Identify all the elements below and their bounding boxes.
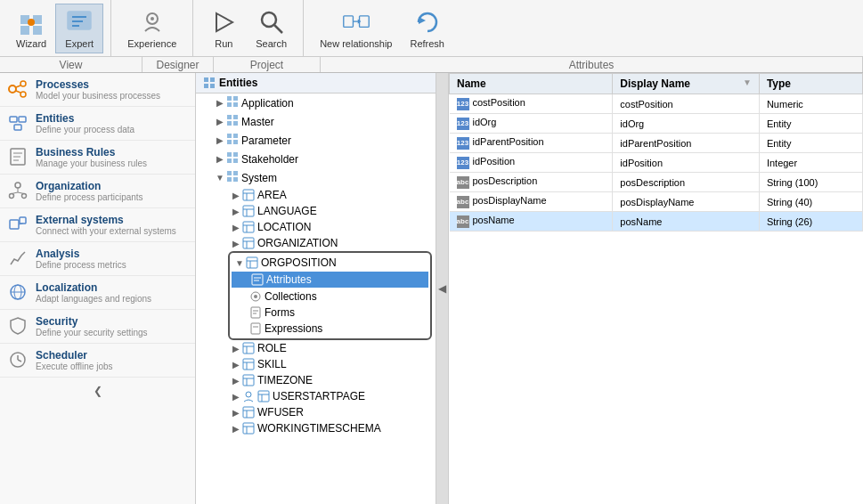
sidebar-item-external-systems[interactable]: External systems Connect with your exter…: [0, 208, 195, 242]
expand-area[interactable]: ▶: [230, 189, 242, 201]
table-row[interactable]: 123idOrg idOrg Entity: [450, 114, 863, 134]
tree-item-forms[interactable]: Forms: [230, 305, 430, 321]
role-table-icon: [242, 342, 255, 354]
workingtimeschema-table-icon: [242, 422, 255, 435]
collapse-panel-button[interactable]: ◀: [436, 73, 449, 504]
table-body: 123costPosition costPosition Numeric 123…: [450, 94, 863, 232]
sidebar-item-localization[interactable]: Localization Adapt languages and regions: [0, 276, 195, 310]
area-label: AREA: [257, 189, 287, 201]
expand-organization[interactable]: ▶: [230, 237, 242, 249]
tree-item-orgposition[interactable]: ▼ ORGPOSITION: [230, 255, 430, 271]
svg-rect-53: [233, 102, 238, 107]
expert-button[interactable]: Expert: [55, 4, 103, 53]
svg-rect-82: [247, 257, 257, 268]
table-row[interactable]: 123idPosition idPosition Integer: [450, 153, 863, 173]
sidebar-item-entities[interactable]: Entities Define your process data: [0, 107, 195, 141]
tree-item-timezone[interactable]: ▶ TIMEZONE: [196, 372, 436, 388]
wizard-button[interactable]: Wizard: [7, 4, 55, 53]
table-row[interactable]: 123costPosition costPosition Numeric: [450, 94, 863, 114]
expand-userstartpage[interactable]: ▶: [230, 390, 242, 402]
cell-name: abcposDescription: [450, 173, 613, 192]
svg-rect-58: [227, 134, 232, 138]
userstartpage-table-icon: [257, 390, 270, 402]
expand-system[interactable]: ▼: [214, 172, 226, 184]
cell-display-name: posName: [613, 212, 760, 232]
expand-stakeholder[interactable]: ▶: [214, 153, 226, 166]
expand-orgposition[interactable]: ▼: [233, 256, 246, 269]
col-header-type[interactable]: Type: [759, 74, 862, 94]
tree-item-expressions[interactable]: Expressions: [230, 321, 430, 337]
sidebar-item-analysis[interactable]: Analysis Define process metrics: [0, 242, 195, 276]
expand-wfuser[interactable]: ▶: [230, 406, 242, 419]
organization-title: Organization: [36, 180, 143, 192]
svg-rect-52: [227, 102, 232, 107]
tree-item-application[interactable]: ▶ Application: [196, 93, 436, 112]
sidebar-item-business-rules[interactable]: Business Rules Manage your business rule…: [0, 141, 195, 175]
data-table: Name Display Name ▼ Type 123costP: [449, 73, 863, 504]
expand-role[interactable]: ▶: [230, 342, 242, 354]
search-button[interactable]: Search: [247, 4, 296, 53]
tree-item-role[interactable]: ▶ ROLE: [196, 340, 436, 356]
expand-workingtimeschema[interactable]: ▶: [230, 422, 242, 435]
sidebar-item-organization[interactable]: Organization Define process participants: [0, 175, 195, 208]
tree-item-system[interactable]: ▼ System: [196, 168, 436, 187]
new-relationship-button[interactable]: New relationship: [311, 4, 401, 53]
expand-language[interactable]: ▶: [230, 205, 242, 217]
project-group: Run Search: [193, 0, 304, 56]
col-header-name[interactable]: Name: [450, 74, 613, 94]
svg-point-12: [262, 12, 276, 27]
cell-display-name: idParentPosition: [613, 134, 760, 153]
svg-line-23: [16, 91, 20, 93]
tree-item-organization[interactable]: ▶ ORGANIZATION: [196, 235, 436, 251]
sidebar-collapse-button[interactable]: ❮: [0, 378, 195, 404]
expand-skill[interactable]: ▶: [230, 358, 242, 370]
tree-item-language[interactable]: ▶ LANGUAGE: [196, 203, 436, 219]
tree-item-stakeholder[interactable]: ▶ Stakeholder: [196, 150, 436, 168]
business-rules-icon: [7, 146, 28, 167]
expand-application[interactable]: ▶: [214, 97, 226, 110]
svg-rect-56: [227, 121, 232, 126]
svg-rect-48: [204, 84, 208, 88]
svg-rect-60: [227, 140, 232, 144]
external-systems-text: External systems Connect with your exter…: [36, 214, 176, 236]
svg-point-21: [20, 92, 26, 97]
experience-button[interactable]: Experience: [118, 4, 185, 53]
tree-item-wfuser[interactable]: ▶ WFUSER: [196, 404, 436, 420]
expand-master[interactable]: ▶: [214, 116, 226, 128]
table-row[interactable]: 123idParentPosition idParentPosition Ent…: [450, 134, 863, 153]
svg-rect-26: [14, 125, 21, 130]
sidebar-item-security[interactable]: Security Define your security settings: [0, 310, 195, 344]
tree-header-label: Entities: [219, 77, 257, 89]
tree-item-parameter[interactable]: ▶ Parameter: [196, 131, 436, 150]
scheduler-text: Scheduler Execute offline jobs: [36, 349, 113, 371]
svg-rect-46: [204, 77, 208, 82]
svg-point-31: [15, 183, 20, 188]
experience-icon: [138, 8, 167, 37]
col-header-display-name[interactable]: Display Name ▼: [613, 74, 760, 94]
tree-item-attributes[interactable]: Attributes: [232, 272, 428, 288]
tree-item-area[interactable]: ▶ AREA: [196, 187, 436, 203]
tree-item-collections[interactable]: Collections: [230, 289, 430, 305]
tree-content: ▶ Application ▶ Master ▶ Para: [196, 93, 436, 436]
tree-item-skill[interactable]: ▶ SKILL: [196, 356, 436, 372]
table-row[interactable]: abcposName posName String (26): [450, 212, 863, 232]
expand-parameter[interactable]: ▶: [214, 134, 226, 147]
svg-rect-55: [233, 115, 238, 119]
table-row[interactable]: abcposDescription posDescription String …: [450, 173, 863, 192]
svg-line-13: [274, 25, 282, 33]
sidebar-item-processes[interactable]: Processes Model your business processes: [0, 73, 195, 107]
orgposition-group-box: ▼ ORGPOSITION Attributes: [228, 251, 432, 340]
tree-item-workingtimeschema[interactable]: ▶ WORKINGTIMESCHEMA: [196, 420, 436, 436]
expand-location[interactable]: ▶: [230, 221, 242, 233]
tree-item-master[interactable]: ▶ Master: [196, 112, 436, 131]
svg-rect-65: [233, 159, 238, 163]
table-row[interactable]: abcposDisplayName posDisplayName String …: [450, 192, 863, 212]
tree-item-userstartpage[interactable]: ▶ USERSTARTPAGE: [196, 388, 436, 404]
run-button[interactable]: Run: [200, 4, 247, 53]
expand-timezone[interactable]: ▶: [230, 374, 242, 386]
tree-item-location[interactable]: ▶ LOCATION: [196, 219, 436, 235]
svg-rect-95: [243, 343, 254, 354]
sidebar-item-scheduler[interactable]: Scheduler Execute offline jobs: [0, 344, 195, 378]
processes-title: Processes: [36, 78, 160, 91]
refresh-button[interactable]: Refresh: [401, 4, 453, 53]
